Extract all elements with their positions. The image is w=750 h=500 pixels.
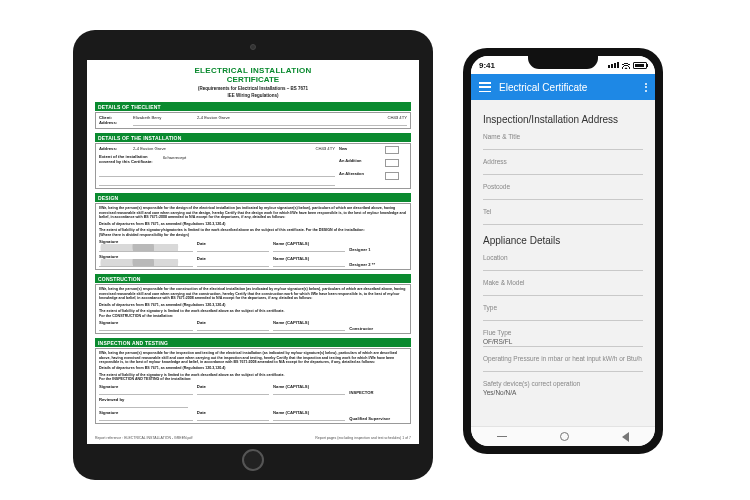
field-make-model[interactable]: Make & Model: [483, 279, 643, 296]
install-postcode: CH43 4TY: [315, 146, 335, 151]
sig-label: Signature: [99, 410, 118, 415]
label-safety: Safety device(s) correct operation: [483, 380, 643, 387]
install-addr-label: Address:: [99, 146, 129, 151]
supervisor-label: Qualified Supervisor: [349, 416, 390, 421]
label-tel: Tel: [483, 208, 643, 215]
section-inspection-address: Inspection/Installation Address: [483, 114, 643, 125]
menu-icon[interactable]: [479, 82, 491, 92]
checkbox-alteration[interactable]: [385, 172, 399, 180]
value-safety: Yes/No/N/A: [483, 387, 643, 396]
label-flue: Flue Type: [483, 329, 643, 336]
tablet-device: ELECTRICAL INSTALLATION CERTIFICATE (Req…: [73, 30, 433, 480]
app-title: Electrical Certificate: [499, 82, 637, 93]
design-box: I/We, being the person(s) responsible fo…: [95, 203, 411, 270]
nav-back-icon[interactable]: [622, 432, 629, 442]
footer-right: Report pages (excluding inspection and t…: [315, 436, 411, 440]
construction-departures: Details of departures from BS 7671, as a…: [99, 303, 407, 307]
phone-device: 9:41 Electrical Certificate Inspection/I…: [463, 48, 663, 454]
tablet-screen: ELECTRICAL INSTALLATION CERTIFICATE (Req…: [87, 60, 419, 444]
construction-box: I/We, being the person(s) responsible fo…: [95, 284, 411, 334]
doc-title-line2: CERTIFICATE: [95, 75, 411, 84]
signature-reviewer[interactable]: [99, 402, 188, 408]
inspection-box: I/We, being the person(s) responsible fo…: [95, 348, 411, 424]
overflow-icon[interactable]: [645, 83, 647, 92]
section-inspection-heading: INSPECTION AND TESTING: [95, 338, 411, 347]
sig-label: Signature: [99, 254, 118, 259]
signature-designer2[interactable]: [99, 259, 193, 267]
nav-home-icon[interactable]: [560, 432, 569, 441]
inspector-label: INSPECTOR: [349, 390, 373, 395]
signature-inspector[interactable]: [99, 389, 193, 395]
inspection-sig-row-3: Signature Date Name (CAPITALS) Qualified…: [99, 408, 407, 421]
field-type[interactable]: Type: [483, 304, 643, 321]
sig-label: Signature: [99, 384, 118, 389]
field-name[interactable]: Name & Title: [483, 133, 643, 150]
doc-title-line1: ELECTRICAL INSTALLATION: [95, 66, 411, 75]
tablet-camera: [250, 44, 256, 50]
sig-label: Signature: [99, 239, 118, 244]
design-sig-row-1: Signature Date Name (CAPITALS) Designer …: [99, 237, 407, 252]
inspection-sig-row-2: Reviewed by: [99, 395, 407, 408]
design-liability: The extent of liability of the signatory…: [99, 228, 407, 232]
constructor-label: Constructor: [349, 326, 373, 331]
date-label: Date: [197, 384, 206, 389]
client-address-label: Address:: [99, 120, 129, 125]
inspection-departures: Details of departures from BS 7671, as a…: [99, 366, 407, 370]
extent-value: 6chanrecept: [163, 155, 186, 160]
inspection-body: I/We, being the person(s) responsible fo…: [99, 351, 407, 364]
name-label: Name (CAPITALS): [273, 410, 309, 415]
install-box: Address: 2-4 Euston Grove CH43 4TY Exten…: [95, 143, 411, 189]
opt-addition: An Addition: [339, 159, 381, 163]
inspection-sig-row-1: Signature Date Name (CAPITALS) INSPECTOR: [99, 382, 407, 395]
label-make: Make & Model: [483, 279, 643, 286]
nav-recent-icon[interactable]: [497, 436, 507, 438]
wifi-icon: [622, 61, 630, 69]
field-address[interactable]: Address: [483, 158, 643, 175]
label-location: Location: [483, 254, 643, 261]
doc-requirements-2: IEE Wiring Regulations): [95, 93, 411, 98]
extent-label: Extent of the installation covered by th…: [99, 155, 159, 164]
section-design-heading: DESIGN: [95, 193, 411, 202]
date-label: Date: [197, 410, 206, 415]
value-flue: OF/RS/FL: [483, 336, 643, 345]
doc-footer: Report reference : ELECTRICAL INSTALLATI…: [95, 436, 411, 440]
signature-supervisor[interactable]: [99, 415, 193, 421]
field-location[interactable]: Location: [483, 254, 643, 271]
section-appliance-details: Appliance Details: [483, 235, 643, 246]
label-address: Address: [483, 158, 643, 165]
doc-requirements: (Requirements for Electrical Installatio…: [95, 86, 411, 91]
android-nav-bar: [471, 426, 655, 446]
design-departures: Details of departures from BS 7671, as a…: [99, 222, 407, 226]
status-time: 9:41: [479, 61, 495, 70]
field-flue-type[interactable]: Flue Type OF/RS/FL: [483, 329, 643, 347]
designer2-label: Designer 2 **: [349, 262, 375, 267]
reviewed-by-label: Reviewed by: [99, 397, 124, 402]
field-safety-devices[interactable]: Safety device(s) correct operation Yes/N…: [483, 380, 643, 396]
field-tel[interactable]: Tel: [483, 208, 643, 225]
signature-constructor[interactable]: [99, 325, 193, 331]
section-construction-heading: CONSTRUCTION: [95, 274, 411, 283]
tablet-home-button[interactable]: [242, 449, 264, 471]
name-label: Name (CAPITALS): [273, 256, 309, 261]
footer-left: Report reference : ELECTRICAL INSTALLATI…: [95, 436, 192, 440]
label-postcode: Postcode: [483, 183, 643, 190]
date-label: Date: [197, 256, 206, 261]
signal-icon: [608, 62, 619, 68]
label-type: Type: [483, 304, 643, 311]
field-postcode[interactable]: Postcode: [483, 183, 643, 200]
checkbox-addition[interactable]: [385, 159, 399, 167]
name-label: Name (CAPITALS): [273, 241, 309, 246]
opt-new: New: [339, 146, 381, 151]
name-label: Name (CAPITALS): [273, 320, 309, 325]
checkbox-new[interactable]: [385, 146, 399, 154]
opt-alteration: An Alteration: [339, 172, 381, 176]
phone-notch: [528, 56, 598, 69]
field-operating-pressure[interactable]: Operating Pressure in mbar or heat input…: [483, 355, 643, 372]
signature-designer1[interactable]: [99, 244, 193, 252]
app-bar: Electrical Certificate: [471, 74, 655, 100]
construction-body: I/We, being the person(s) responsible fo…: [99, 287, 407, 300]
date-label: Date: [197, 241, 206, 246]
form-area[interactable]: Inspection/Installation Address Name & T…: [471, 100, 655, 404]
battery-icon: [633, 62, 647, 69]
section-client-heading: DETAILS OF THECLIENT: [95, 102, 411, 111]
